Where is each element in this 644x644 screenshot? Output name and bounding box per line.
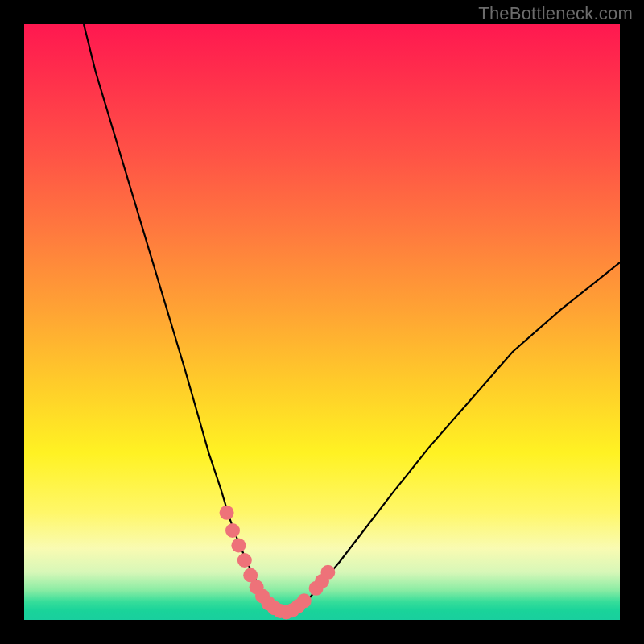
left-curve	[84, 24, 283, 613]
bottleneck-marker	[225, 523, 240, 538]
bottleneck-marker	[237, 553, 252, 568]
curve-layer	[84, 24, 620, 613]
bottleneck-marker	[320, 565, 335, 580]
watermark-text: TheBottleneck.com	[478, 3, 633, 24]
marker-layer	[220, 506, 336, 620]
chart-svg	[24, 24, 620, 620]
bottleneck-marker	[231, 539, 246, 553]
right-curve	[283, 262, 620, 613]
bottleneck-marker	[220, 506, 234, 520]
bottleneck-marker	[297, 593, 312, 608]
plot-frame	[24, 24, 620, 620]
